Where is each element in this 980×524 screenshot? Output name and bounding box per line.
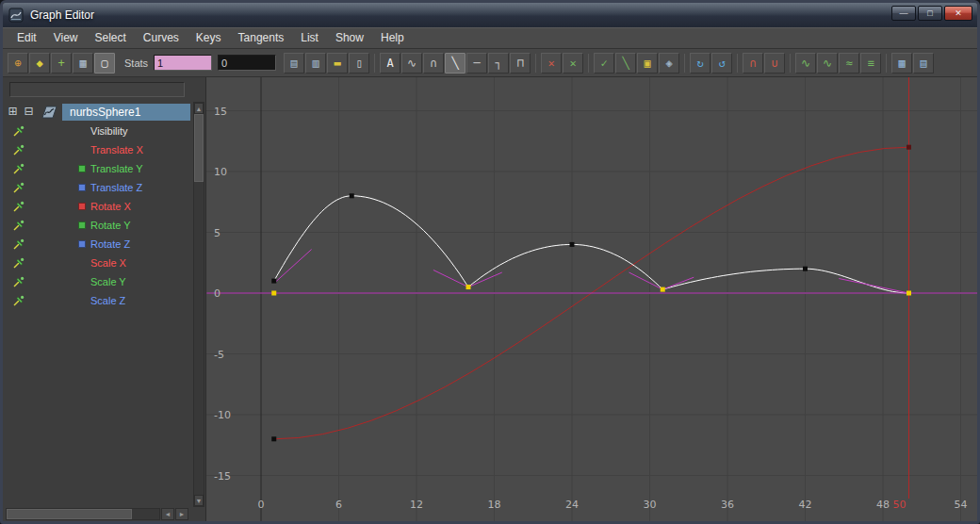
lock-tangent-weight-button[interactable]: ╲: [615, 53, 636, 74]
time-snap-button[interactable]: ∩: [743, 53, 763, 74]
app-icon[interactable]: [8, 7, 24, 24]
auto-load-graph-button[interactable]: ◈: [659, 53, 679, 74]
center-current-time-button[interactable]: ▯: [349, 53, 369, 74]
spline-tangents-button[interactable]: ∿: [401, 53, 422, 74]
region-tool[interactable]: ▢: [94, 53, 115, 74]
menu-help[interactable]: Help: [372, 28, 413, 48]
open-dope-sheet-button[interactable]: ▦: [891, 53, 912, 74]
filter-grid-icon[interactable]: ⊞: [6, 105, 20, 119]
pin-channel-icon[interactable]: [12, 124, 27, 138]
minimize-button[interactable]: —: [891, 6, 916, 21]
menu-keys[interactable]: Keys: [188, 28, 230, 48]
renormalize-display-button[interactable]: ≡: [860, 53, 881, 74]
auto-tangents-button[interactable]: A: [380, 53, 400, 74]
tangent-handle[interactable]: [275, 250, 312, 283]
graph-view[interactable]: 151050-5-10-1506121824303642485450: [206, 77, 977, 521]
curve-selected-bounce-curve[interactable]: [274, 196, 909, 293]
lock-selected-keys-button[interactable]: ▣: [637, 53, 658, 74]
collapse-icon[interactable]: ⊟: [22, 105, 36, 119]
step-tangents-button[interactable]: ┐: [488, 53, 509, 74]
pin-channel-icon[interactable]: [12, 162, 27, 175]
unify-tangents-button[interactable]: ✕: [563, 53, 583, 74]
outliner-object-row[interactable]: ⊞ ⊟ nurbsSphere1: [3, 102, 192, 122]
swap-buffer-curves-button[interactable]: ↺: [711, 53, 732, 74]
channel-row-scale-z[interactable]: Scale Z: [3, 291, 192, 310]
menu-view[interactable]: View: [45, 28, 87, 48]
tangent-handle[interactable]: [839, 279, 908, 293]
scroll-up-button[interactable]: ▲: [194, 103, 204, 114]
key-dot[interactable]: [350, 193, 354, 198]
key-dot[interactable]: [570, 242, 575, 247]
channel-row-translate-x[interactable]: Translate X: [3, 140, 192, 159]
buffer-curve-snapshot-button[interactable]: ↻: [690, 53, 710, 74]
scroll-right-button[interactable]: ►: [175, 508, 188, 520]
key-dot[interactable]: [271, 436, 276, 441]
channel-row-scale-x[interactable]: Scale X: [3, 254, 192, 272]
pre-infinity-cycle-button[interactable]: ∿: [795, 53, 816, 74]
graph-canvas[interactable]: 151050-5-10-1506121824303642485450: [206, 77, 977, 521]
horizontal-scroll-track[interactable]: [6, 508, 160, 520]
channel-row-translate-y[interactable]: Translate Y: [3, 159, 192, 178]
channel-row-rotate-y[interactable]: Rotate Y: [3, 216, 192, 235]
outliner-horizontal-scrollbar[interactable]: ◄ ►: [6, 508, 188, 520]
clamped-tangents-button[interactable]: ∩: [423, 53, 444, 74]
pin-channel-icon[interactable]: [12, 275, 27, 288]
channel-row-rotate-z[interactable]: Rotate Z: [3, 235, 192, 254]
add-keys-tool[interactable]: +: [51, 53, 72, 74]
menu-curves[interactable]: Curves: [135, 28, 188, 48]
scroll-left-button[interactable]: ◄: [161, 508, 174, 520]
channel-row-scale-y[interactable]: Scale Y: [3, 272, 192, 291]
tangent-handle[interactable]: [629, 272, 663, 289]
outliner-vertical-scrollbar[interactable]: ▲ ▼: [193, 102, 204, 507]
menu-tangents[interactable]: Tangents: [230, 28, 293, 48]
channel-row-visibility[interactable]: Visibility: [3, 122, 192, 140]
selected-key-dot[interactable]: [466, 285, 471, 289]
pin-channel-icon[interactable]: [12, 181, 27, 194]
scroll-down-button[interactable]: ▼: [194, 495, 204, 506]
post-infinity-cycle-button[interactable]: ∿: [817, 53, 838, 74]
stacked-view-button[interactable]: ▥: [305, 53, 326, 74]
close-button[interactable]: ✕: [944, 6, 972, 21]
vertical-scroll-track[interactable]: [194, 114, 204, 495]
key-dot[interactable]: [906, 145, 911, 150]
menu-edit[interactable]: Edit: [8, 28, 45, 48]
menu-select[interactable]: Select: [86, 28, 134, 48]
channel-row-translate-z[interactable]: Translate Z: [3, 178, 192, 197]
value-snap-button[interactable]: ∪: [764, 53, 785, 74]
insert-keys-tool[interactable]: ◆: [29, 53, 50, 74]
pin-channel-icon[interactable]: [12, 294, 27, 307]
stats-frame-input[interactable]: [154, 55, 212, 71]
frame-playback-range-button[interactable]: ▬: [327, 53, 348, 74]
pin-channel-icon[interactable]: [12, 237, 27, 251]
tangent-handle[interactable]: [662, 277, 694, 289]
horizontal-scroll-thumb[interactable]: [7, 509, 132, 519]
key-dot[interactable]: [271, 279, 276, 284]
pin-channel-icon[interactable]: [12, 200, 27, 213]
plateau-tangents-button[interactable]: ⊓: [510, 53, 531, 74]
menu-list[interactable]: List: [292, 28, 327, 48]
title-bar[interactable]: Graph Editor — □ ✕: [3, 3, 977, 27]
channel-row-rotate-x[interactable]: Rotate X: [3, 197, 192, 216]
search-input[interactable]: [9, 82, 185, 97]
flat-tangents-button[interactable]: ─: [466, 53, 487, 74]
vertical-scroll-thumb[interactable]: [194, 114, 204, 182]
stats-value-input[interactable]: [218, 55, 276, 71]
pin-channel-icon[interactable]: [12, 219, 27, 232]
pin-channel-icon[interactable]: [12, 256, 27, 270]
break-tangents-button[interactable]: ✕: [541, 53, 562, 74]
selected-key-dot[interactable]: [661, 287, 665, 292]
enable-normalized-display-button[interactable]: ≈: [839, 53, 859, 74]
lattice-deform-keys-tool[interactable]: ▦: [73, 53, 93, 74]
free-tangent-weight-button[interactable]: ✓: [594, 53, 614, 74]
maximize-button[interactable]: □: [918, 6, 942, 21]
selected-key-dot[interactable]: [906, 291, 911, 296]
selected-key-dot[interactable]: [271, 291, 276, 296]
linear-tangents-button[interactable]: ╲: [445, 53, 466, 74]
move-nearest-picked-key-tool[interactable]: ⊕: [8, 53, 28, 74]
absolute-view-button[interactable]: ▤: [284, 53, 304, 74]
pin-channel-icon[interactable]: [12, 143, 27, 156]
key-dot[interactable]: [803, 267, 808, 271]
object-name-label[interactable]: nurbsSphere1: [62, 104, 190, 121]
open-camera-sequencer-button[interactable]: ▤: [913, 53, 934, 74]
menu-show[interactable]: Show: [327, 28, 372, 48]
